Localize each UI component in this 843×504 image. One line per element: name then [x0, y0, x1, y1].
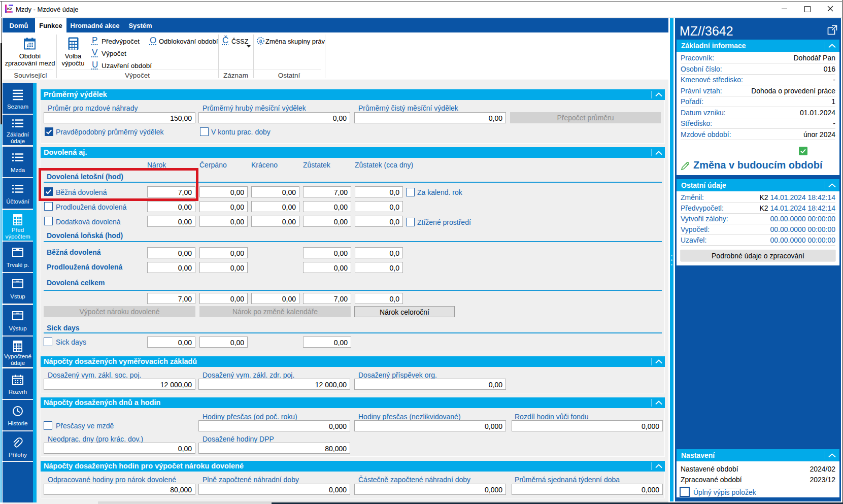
svg-text:a: a — [259, 38, 262, 44]
